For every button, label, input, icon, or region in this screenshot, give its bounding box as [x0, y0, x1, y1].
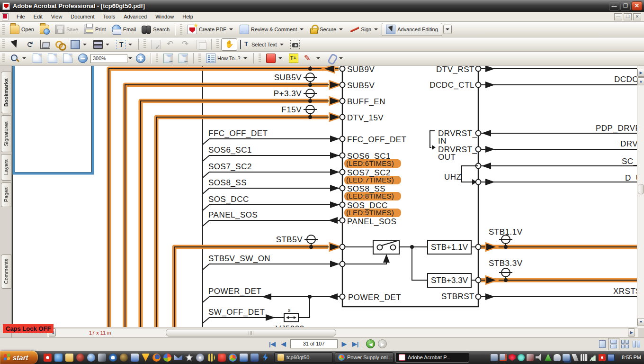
search-button[interactable]: Search	[139, 24, 172, 35]
hand-tool[interactable]	[221, 38, 237, 51]
review-comment-button[interactable]: Review & Comment	[237, 24, 307, 35]
last-page-button[interactable]: ▶|	[351, 340, 360, 348]
lightning-app-icon[interactable]	[261, 354, 269, 362]
chevron-down-icon[interactable]	[278, 57, 282, 61]
zoom-out-button[interactable]	[75, 53, 90, 64]
horizontal-scroll-thumb[interactable]	[166, 329, 336, 337]
toolbar-grip[interactable]	[2, 24, 5, 35]
expand-pane-button[interactable]: ▶	[637, 69, 644, 77]
chevron-down-icon[interactable]	[128, 44, 132, 47]
next-view-button[interactable]	[176, 53, 191, 64]
tab-bookmarks[interactable]: Bookmarks	[1, 72, 11, 113]
select-object-tool[interactable]	[7, 39, 22, 50]
security-shield-icon[interactable]	[509, 354, 516, 361]
toolbar-grip[interactable]	[156, 54, 158, 63]
console-icon[interactable]	[250, 354, 259, 362]
open-button[interactable]: Open	[7, 24, 37, 35]
menu-help[interactable]: Help	[178, 12, 197, 21]
link-tool[interactable]	[53, 39, 68, 50]
antivirus-icon[interactable]	[518, 354, 525, 361]
volume-icon[interactable]	[536, 354, 543, 361]
burst-app-icon[interactable]	[185, 354, 193, 362]
crop-tool[interactable]	[37, 39, 53, 50]
menu-edit[interactable]: Edit	[29, 12, 47, 21]
continuous-facing-layout-button[interactable]	[621, 340, 629, 348]
chevron-down-icon[interactable]	[280, 44, 284, 47]
display-settings-icon[interactable]	[563, 354, 570, 361]
movie-app-icon[interactable]	[207, 354, 215, 362]
menu-view[interactable]: View	[47, 12, 67, 21]
mouse-settings-icon[interactable]	[554, 354, 561, 361]
update-icon[interactable]	[527, 354, 534, 361]
toolbar-grip[interactable]	[180, 24, 182, 35]
toolbar-grip[interactable]	[259, 54, 261, 63]
chrome-icon[interactable]	[229, 354, 237, 362]
tab-signatures[interactable]: Signatures	[1, 115, 11, 152]
eye-viewer-icon[interactable]	[109, 354, 117, 362]
pointer-utility-icon[interactable]	[572, 354, 579, 361]
touchup-tool[interactable]	[22, 39, 37, 50]
vertical-scroll-thumb[interactable]	[638, 184, 644, 194]
safely-remove-icon[interactable]	[545, 354, 552, 361]
signal-bars-icon[interactable]	[590, 354, 597, 361]
media-player-classic-icon[interactable]	[76, 354, 84, 362]
menu-file[interactable]: File	[12, 12, 29, 21]
language-bar-icon[interactable]	[581, 354, 588, 361]
v-app-icon[interactable]	[142, 354, 150, 362]
sign-button[interactable]: Sign	[347, 24, 382, 35]
email-button[interactable]: Email	[109, 24, 139, 35]
advanced-editing-button[interactable]: Advanced Editing	[382, 23, 442, 36]
pdf-page[interactable]: FFC_OFF_DET SOS6_SC1 SOS7_SC2 SOS8_SS SO…	[12, 66, 637, 327]
previous-page-button[interactable]: ◀	[280, 340, 287, 348]
toolbar-grip[interactable]	[2, 54, 5, 63]
advanced-editing-dropdown[interactable]	[443, 25, 452, 34]
pencil-tool[interactable]	[301, 53, 324, 64]
zoom-tool[interactable]	[7, 53, 30, 64]
scroll-up-button[interactable]: ▲	[637, 77, 644, 85]
chevron-down-icon[interactable]	[128, 57, 132, 61]
actual-size-button[interactable]	[30, 53, 45, 64]
menu-window[interactable]: Window	[151, 12, 178, 21]
sync-app-icon[interactable]	[599, 354, 606, 361]
chevron-down-icon[interactable]	[316, 57, 320, 61]
facing-layout-button[interactable]	[633, 340, 640, 348]
page-number-input[interactable]: 31 of 107	[290, 339, 338, 348]
doc-close-button[interactable]: ✕	[633, 13, 641, 20]
scroll-down-button[interactable]: ▼	[637, 318, 644, 326]
folder-icon[interactable]	[65, 354, 73, 362]
attach-file-tool[interactable]	[324, 53, 347, 64]
image-editor-icon[interactable]	[98, 354, 106, 362]
fit-page-button[interactable]	[45, 53, 60, 64]
tab-comments[interactable]: Comments	[1, 255, 11, 289]
previous-view-button[interactable]: ◀	[366, 339, 375, 348]
vertical-scrollbar[interactable]: ▶ ▲ ▼	[637, 66, 644, 328]
chevron-down-icon[interactable]	[106, 44, 109, 47]
network-signal-icon[interactable]	[491, 354, 498, 361]
taskbar-item-acrobat[interactable]: Adobe Acrobat P...	[395, 352, 469, 363]
scheduler-icon[interactable]	[608, 354, 615, 361]
single-page-layout-button[interactable]	[599, 340, 606, 348]
taskbar-item-browser[interactable]: Power Supply onl...	[335, 352, 394, 363]
notes-app-icon[interactable]	[131, 354, 139, 362]
start-button[interactable]: start	[0, 351, 38, 364]
cd-burner-icon[interactable]	[196, 354, 204, 362]
chevron-down-icon[interactable]	[339, 28, 343, 32]
sphere-app-icon[interactable]	[120, 354, 128, 362]
open-web-button[interactable]	[37, 24, 52, 35]
first-page-button[interactable]: |◀	[268, 340, 277, 348]
chevron-down-icon[interactable]	[83, 44, 87, 47]
create-pdf-button[interactable]: Create PDF	[185, 24, 237, 35]
firefox-icon[interactable]	[152, 354, 161, 362]
toolbar-grip[interactable]	[216, 39, 219, 49]
text-field-tool[interactable]	[113, 39, 136, 50]
opera-icon[interactable]	[44, 354, 52, 362]
doc-restore-button[interactable]: ❐	[624, 13, 632, 20]
chevron-down-icon[interactable]	[374, 28, 378, 32]
taskbar-item-folder[interactable]: tcp60gt50	[274, 352, 333, 363]
how-to-button[interactable]: How To..?	[203, 53, 251, 64]
previous-view-button[interactable]	[161, 53, 176, 64]
chart-app-icon[interactable]	[163, 354, 171, 362]
toolbar-grip[interactable]	[2, 39, 5, 49]
menu-document[interactable]: Document	[66, 12, 98, 21]
rectangle-markup-tool[interactable]	[263, 53, 286, 64]
